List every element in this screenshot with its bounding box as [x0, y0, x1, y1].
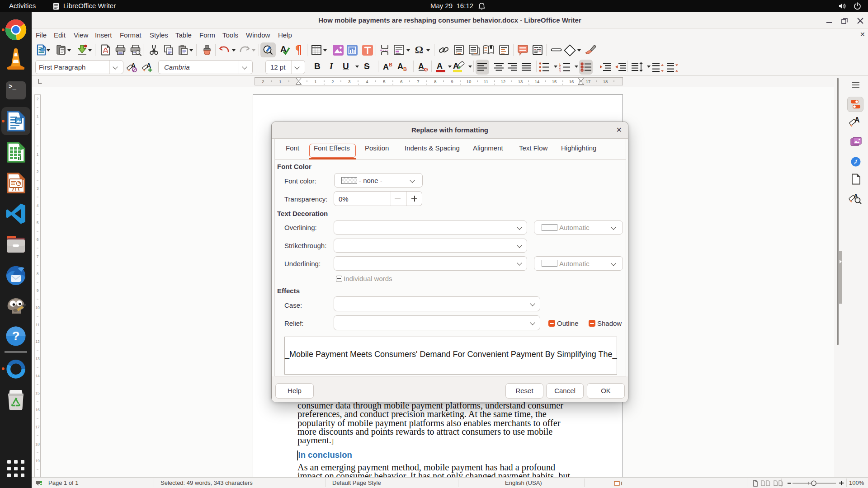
svg-text:7: 7 — [37, 254, 39, 259]
svg-text:1: 1 — [37, 152, 39, 157]
svg-text:10: 10 — [467, 79, 472, 84]
svg-text:13: 13 — [35, 357, 40, 361]
svg-text:15: 15 — [552, 79, 557, 84]
svg-text:18: 18 — [35, 442, 40, 446]
svg-text:1: 1 — [279, 79, 281, 84]
svg-text:6: 6 — [400, 79, 402, 84]
svg-text:17: 17 — [35, 425, 40, 429]
svg-text:6: 6 — [37, 237, 39, 242]
svg-text:15: 15 — [35, 391, 40, 395]
svg-text:11: 11 — [484, 79, 488, 84]
svg-text:3: 3 — [559, 69, 561, 73]
svg-text:A: A — [453, 61, 459, 70]
svg-text:14: 14 — [35, 374, 40, 378]
svg-text:12: 12 — [501, 79, 506, 84]
svg-text:8: 8 — [434, 79, 436, 84]
svg-text:A: A — [437, 61, 443, 70]
svg-text:19: 19 — [35, 459, 40, 463]
svg-text:13: 13 — [518, 79, 523, 84]
svg-text:16: 16 — [35, 408, 40, 412]
svg-text:4: 4 — [366, 79, 368, 84]
svg-text:11: 11 — [36, 323, 40, 327]
svg-text:18: 18 — [603, 79, 608, 84]
svg-text:14: 14 — [535, 79, 540, 84]
svg-text:9: 9 — [451, 79, 453, 84]
svg-text:8: 8 — [37, 272, 39, 276]
svg-text:3: 3 — [37, 186, 39, 191]
svg-text:>_: >_ — [9, 83, 16, 90]
svg-text:9: 9 — [37, 288, 39, 293]
svg-text:5: 5 — [37, 221, 39, 225]
svg-text:A: A — [418, 62, 424, 71]
svg-text:2: 2 — [331, 79, 334, 84]
svg-text:10: 10 — [35, 305, 40, 310]
svg-text:I: I — [621, 481, 623, 486]
svg-text:7: 7 — [417, 79, 419, 84]
svg-text:1: 1 — [37, 114, 39, 118]
svg-text:4: 4 — [37, 203, 39, 208]
svg-text:Ω: Ω — [415, 44, 423, 56]
svg-text:2: 2 — [37, 169, 39, 174]
svg-text:2: 2 — [37, 97, 39, 101]
svg-text:17: 17 — [586, 79, 591, 84]
svg-text:1: 1 — [314, 79, 316, 84]
svg-text:12: 12 — [35, 339, 40, 344]
svg-text:1: 1 — [456, 51, 458, 55]
svg-text:?: ? — [12, 329, 19, 343]
svg-text:5: 5 — [383, 79, 385, 84]
svg-text:3: 3 — [348, 79, 350, 84]
svg-text:A: A — [854, 116, 860, 124]
svg-text:2: 2 — [262, 79, 264, 84]
svg-text:16: 16 — [569, 79, 574, 84]
